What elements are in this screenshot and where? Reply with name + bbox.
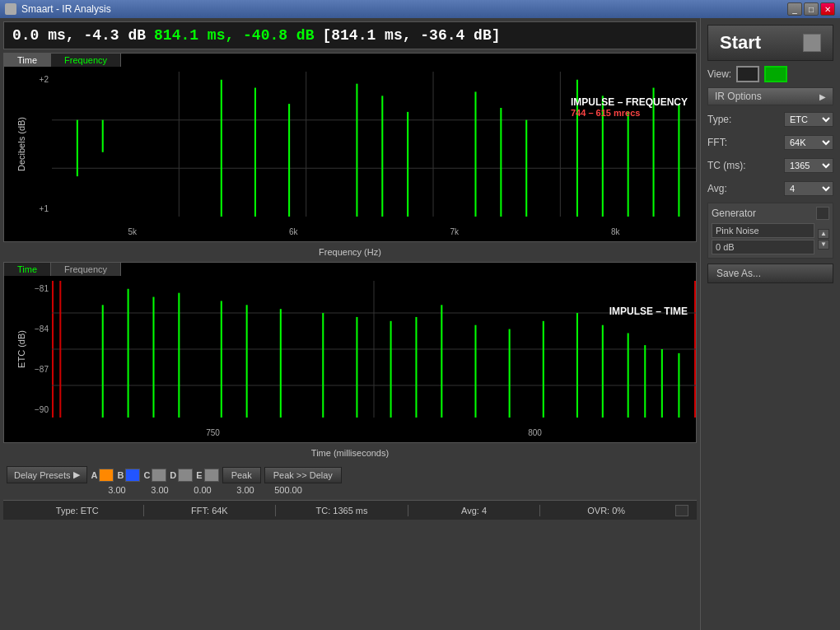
info-bracket: [814.1 ms, -36.4 dB] [322,27,500,44]
view-row: View: [707,66,833,82]
bottom-chart-svg [52,281,696,418]
top-chart-canvas[interactable]: IMPULSE – FREQUENCY 744 – 615 mrecs [52,72,696,217]
start-square-icon [803,34,821,52]
bottom-x-axis: 750 800 [52,422,696,442]
top-x-label-7k: 7k [450,227,459,236]
bottom-y-label-2: −84 [27,324,52,334]
preset-e-color[interactable] [204,469,219,482]
preset-a-letter: A [91,470,97,480]
start-button[interactable]: Start [707,25,833,61]
bottom-controls: Delay Presets ▶ A B C D [3,463,697,497]
top-x-label-6k: 6k [289,227,298,236]
delay-row: Delay Presets ▶ A B C D [7,466,693,483]
preset-d-letter: D [170,470,176,480]
fft-row: FFT: 32K 64K 128K [707,135,833,150]
view-spectrogram-button[interactable] [764,66,787,82]
bottom-chart-panel: Time Frequency ETC (dB) −81 −84 −87 −90 [3,262,697,443]
main-container: 0.0 ms, -4.3 dB 814.1 ms, -40.8 dB [814.… [0,18,840,630]
avg-label: Avg: [707,183,727,194]
generator-scroll: ▲ ▼ [818,229,829,250]
bottom-tab-frequency[interactable]: Frequency [51,263,121,276]
right-panel: Start View: IR Options ▶ Type: ETC RTA F… [700,18,840,630]
top-tab-frequency[interactable]: Frequency [51,54,121,67]
bottom-tab-time[interactable]: Time [4,263,51,276]
preset-b-color[interactable] [125,469,140,482]
preset-a-color[interactable] [99,469,114,482]
peak-button[interactable]: Peak [222,467,261,483]
preset-d-value: 3.00 [226,485,265,495]
top-x-axis: 5k 6k 7k 8k [52,222,696,241]
bottom-y-axis: −81 −84 −87 −90 [27,281,52,418]
generator-label: Generator [712,208,756,219]
generator-checkbox[interactable] [816,207,829,220]
tc-row: TC (ms): 682 1365 2730 [707,158,833,173]
preset-e-letter: E [196,470,202,480]
bottom-chart-canvas[interactable]: IMPULSE – TIME [52,281,696,418]
top-chart-tabs: Time Frequency [4,54,121,67]
fft-label: FFT: [707,137,727,148]
top-chart-overlay: IMPULSE – FREQUENCY 744 – 615 mrecs [571,96,688,118]
preset-c-color[interactable] [152,469,166,482]
preset-c-value: 0.00 [183,485,222,495]
info-white: 0.0 ms, -4.3 dB [12,27,146,44]
save-as-button[interactable]: Save As... [707,264,833,283]
status-indicator [675,505,688,516]
tc-select[interactable]: 682 1365 2730 [784,158,833,173]
delay-presets-button[interactable]: Delay Presets ▶ [7,466,87,483]
top-x-axis-title: Frequency (Hz) [3,245,697,259]
top-chart-svg [52,72,696,217]
start-label: Start [720,32,761,54]
bottom-chart-overlay: IMPULSE – TIME [609,306,688,317]
generator-level: 0 dB [712,240,814,254]
status-avg: Avg: 4 [408,506,540,516]
minimize-button[interactable]: _ [787,2,802,16]
top-y-axis-title: Decibels (dB) [16,72,27,217]
preset-b-letter: B [117,470,124,480]
type-row: Type: ETC RTA FFT [707,112,833,127]
status-fft: FFT: 64K [144,506,276,516]
preset-b-group: B [117,469,140,482]
avg-row: Avg: 1 2 4 8 [707,181,833,196]
top-tab-time[interactable]: Time [4,54,51,67]
top-y-label-2: +1 [27,204,52,213]
generator-section: Generator Pink Noise 0 dB ▲ ▼ [707,203,833,259]
top-x-label-8k: 8k [611,227,620,236]
bottom-chart-tabs: Time Frequency [4,263,121,276]
app-icon [5,3,16,15]
view-label: View: [707,68,731,80]
preset-d-color[interactable] [178,469,193,482]
generator-scroll-up[interactable]: ▲ [818,229,829,239]
preset-a-group: A [91,469,114,482]
generator-content: Pink Noise 0 dB ▲ ▼ [712,223,829,254]
ir-options-label: IR Options [715,91,762,102]
window-controls: _ □ ✕ [787,2,835,16]
ir-options-header[interactable]: IR Options ▶ [707,87,833,105]
values-row: 3.00 3.00 0.00 3.00 500.00 [7,485,693,495]
preset-e-group: E [196,469,218,482]
preset-c-letter: C [143,470,150,480]
bottom-y-label-3: −87 [27,365,52,374]
generator-type: Pink Noise [712,223,814,238]
window-title: Smaart - IR Analysis [21,3,782,15]
peak-delay-button[interactable]: Peak >> Delay [264,467,342,483]
preset-d-group: D [170,469,193,482]
preset-b-value: 3.00 [140,485,180,495]
bottom-y-label-4: −90 [27,405,52,414]
bottom-x-axis-title: Time (milliseconds) [3,446,697,460]
info-bar: 0.0 ms, -4.3 dB 814.1 ms, -40.8 dB [814.… [3,21,697,49]
type-label: Type: [707,114,731,125]
type-select[interactable]: ETC RTA FFT [784,112,833,127]
fft-select[interactable]: 32K 64K 128K [784,135,833,150]
preset-c-group: C [143,469,166,482]
ir-options-arrow-icon: ▶ [819,92,826,101]
generator-scroll-down[interactable]: ▼ [818,240,829,250]
bottom-y-label-1: −81 [27,284,52,293]
close-button[interactable]: ✕ [820,2,835,16]
tc-label: TC (ms): [707,160,746,171]
top-y-label-1: +2 [27,75,52,84]
maximize-button[interactable]: □ [804,2,819,16]
view-waveform-button[interactable] [736,66,759,82]
bottom-x-label-800: 800 [528,428,542,437]
title-bar: Smaart - IR Analysis _ □ ✕ [0,0,840,18]
avg-select[interactable]: 1 2 4 8 [784,181,833,196]
